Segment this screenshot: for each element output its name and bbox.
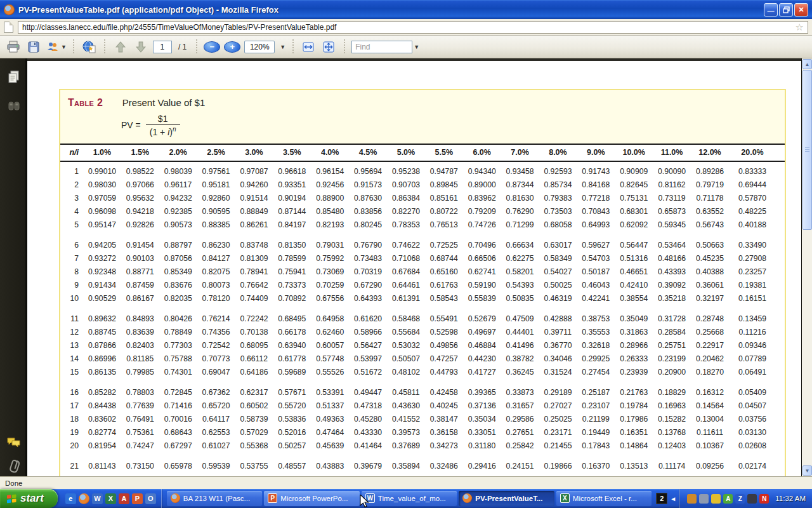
fit-width-icon bbox=[302, 41, 315, 53]
collaborate-dropdown-arrow[interactable]: ▼ bbox=[61, 44, 67, 50]
quick-launch-access-icon[interactable]: A bbox=[119, 493, 129, 504]
pv-cell: 0.24151 bbox=[501, 460, 539, 473]
vertical-scrollbar[interactable]: ▲ ▼ bbox=[801, 58, 812, 476]
pv-cell: 0.52016 bbox=[273, 426, 311, 439]
find-input[interactable] bbox=[351, 41, 412, 53]
tray-shield-icon[interactable] bbox=[711, 494, 721, 504]
find-dropdown-arrow[interactable]: ▼ bbox=[412, 41, 421, 53]
pv-cell: 0.76214 bbox=[197, 312, 235, 326]
pv-cell: 0.55368 bbox=[235, 439, 273, 453]
previous-page-button[interactable] bbox=[112, 39, 129, 55]
excel-icon: X bbox=[560, 493, 570, 503]
url-text[interactable]: http://classes.lanecc.edu/file.php/24555… bbox=[22, 23, 796, 32]
fit-width-button[interactable] bbox=[300, 39, 317, 55]
pv-cell: 0.19784 bbox=[615, 399, 653, 413]
tray-blue-z-icon[interactable]: Z bbox=[735, 494, 745, 504]
pv-cell: 0.39365 bbox=[463, 386, 501, 399]
quick-launch-outlook-icon[interactable]: O bbox=[145, 493, 156, 504]
taskbar-button[interactable]: XMicrosoft Excel - r... bbox=[556, 491, 652, 506]
pv-cell: 0.45811 bbox=[387, 386, 425, 399]
pv-cell: 0.83333 bbox=[729, 165, 785, 178]
pdf-navigation-pane bbox=[0, 58, 27, 476]
pv-cell: 0.12403 bbox=[653, 439, 691, 453]
pv-cell: 0.54393 bbox=[501, 279, 539, 292]
pv-cell: 0.76290 bbox=[501, 205, 539, 218]
quick-launch-powerpoint-icon[interactable]: P bbox=[132, 493, 143, 504]
taskbar-clock[interactable]: 11:32 AM bbox=[775, 495, 806, 502]
comments-panel-button[interactable] bbox=[6, 434, 22, 450]
pv-cell: 0.42241 bbox=[577, 292, 615, 305]
pv-cell: 0.83639 bbox=[121, 326, 159, 339]
next-page-button[interactable] bbox=[133, 39, 149, 55]
taskbar-button[interactable]: PV-PresentValueT... bbox=[459, 491, 554, 506]
zoom-out-button[interactable]: − bbox=[204, 41, 220, 53]
collaborate-button[interactable]: ▼ bbox=[46, 39, 67, 55]
taskbar-button[interactable]: BA 213 W11 (Pasc... bbox=[167, 491, 263, 506]
language-indicator[interactable]: 2 bbox=[656, 493, 667, 504]
zoom-dropdown-arrow[interactable]: ▼ bbox=[280, 44, 285, 50]
pv-cell: 0.11611 bbox=[691, 426, 729, 439]
firefox-window: PV-PresentValueTable.pdf (application/pd… bbox=[0, 0, 812, 508]
pv-cell: 0.68095 bbox=[235, 339, 273, 352]
pv-cell: 0.66178 bbox=[273, 326, 311, 339]
share-document-button[interactable] bbox=[81, 39, 98, 55]
attachments-panel-button[interactable] bbox=[6, 457, 22, 473]
pv-cell: 0.92456 bbox=[311, 178, 349, 192]
taskbar-buttons: BA 213 W11 (Pasc...PMicrosoft PowerPo...… bbox=[167, 489, 654, 508]
pv-cell: 0.56447 bbox=[615, 239, 653, 252]
bookmarks-panel-button[interactable] bbox=[6, 98, 22, 114]
pv-column-header: 20.0% bbox=[729, 144, 785, 161]
zoom-in-button[interactable]: + bbox=[224, 41, 240, 53]
tray-novell-icon[interactable]: N bbox=[759, 494, 769, 504]
page-favicon bbox=[4, 22, 13, 33]
minimize-button[interactable]: — bbox=[764, 3, 778, 17]
fit-page-button[interactable] bbox=[320, 39, 337, 55]
pages-panel-button[interactable] bbox=[6, 69, 22, 84]
pv-cell: 0.47257 bbox=[425, 352, 463, 366]
tray-green-a-icon[interactable]: A bbox=[723, 494, 733, 504]
bookmark-star-icon[interactable]: ☆ bbox=[796, 22, 804, 32]
taskbar-button[interactable]: PMicrosoft PowerPo... bbox=[264, 491, 360, 506]
zoom-level-select[interactable]: 120% bbox=[244, 41, 275, 53]
pv-cell: 0.75131 bbox=[615, 192, 653, 205]
pv-cell: 0.29925 bbox=[577, 352, 615, 366]
pv-cell: 0.52679 bbox=[463, 312, 501, 326]
scroll-down-button[interactable]: ▼ bbox=[802, 465, 812, 476]
pv-cell: 0.51337 bbox=[311, 399, 349, 413]
pv-cell: 0.73373 bbox=[273, 279, 311, 292]
quick-launch-excel-icon[interactable]: X bbox=[105, 493, 116, 504]
pv-cell: 0.14864 bbox=[615, 439, 653, 453]
window-title: PV-PresentValueTable.pdf (application/pd… bbox=[18, 5, 764, 15]
quick-launch-firefox-icon[interactable] bbox=[79, 493, 89, 504]
pv-cell: 0.86167 bbox=[121, 292, 159, 305]
restore-button[interactable] bbox=[779, 3, 793, 17]
tray-gray-icon[interactable] bbox=[699, 494, 709, 504]
pv-cell: 0.03756 bbox=[729, 413, 785, 426]
pv-cell: 0.76642 bbox=[235, 279, 273, 292]
pv-cell: 0.39711 bbox=[539, 326, 577, 339]
tray-dark-icon[interactable] bbox=[747, 494, 757, 504]
pv-cell: 0.67556 bbox=[311, 292, 349, 305]
page-number-input[interactable] bbox=[153, 41, 172, 53]
taskbar-button[interactable]: WTime_value_of_mo... bbox=[362, 491, 457, 506]
scrollbar-thumb[interactable] bbox=[802, 70, 812, 230]
pv-cell: 0.48557 bbox=[273, 460, 311, 473]
close-button[interactable]: ✕ bbox=[794, 3, 808, 17]
print-button[interactable] bbox=[5, 39, 22, 55]
pv-cell: 0.83602 bbox=[83, 413, 121, 426]
quick-launch-internet-explorer-icon[interactable]: e bbox=[65, 493, 76, 504]
pv-cell: 0.21455 bbox=[539, 439, 577, 453]
taskbar-button-label: PV-PresentValueT... bbox=[475, 495, 542, 502]
scroll-up-button[interactable]: ▲ bbox=[802, 59, 812, 69]
quick-launch-word-icon[interactable]: W bbox=[92, 493, 103, 504]
pv-table-block: Table 2 Present Value of $1 PV = $1 (1 +… bbox=[59, 89, 786, 476]
save-button[interactable] bbox=[25, 39, 42, 55]
url-field[interactable]: http://classes.lanecc.edu/file.php/24555… bbox=[18, 21, 808, 34]
start-button[interactable]: start bbox=[0, 489, 58, 508]
pv-cell: 0.67290 bbox=[349, 279, 387, 292]
pv-cell: 0.39092 bbox=[653, 279, 691, 292]
pv-cell: 0.82270 bbox=[387, 205, 425, 218]
tray-orange-icon[interactable] bbox=[687, 494, 697, 504]
pv-table-row: 80.923480.887710.853490.820750.789410.75… bbox=[60, 265, 785, 279]
hide-icons-chevron[interactable]: ◄ bbox=[670, 495, 676, 502]
